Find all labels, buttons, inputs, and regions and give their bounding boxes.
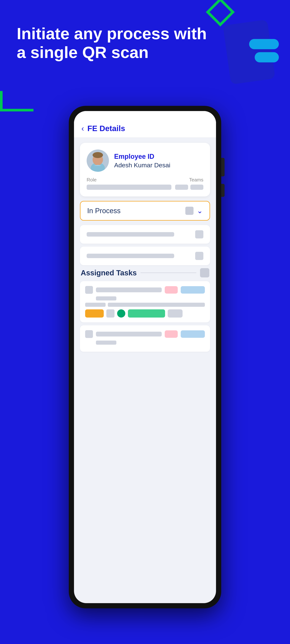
app-title: FE Details (87, 124, 125, 133)
role-value (87, 184, 171, 190)
task-sub-1 (96, 296, 116, 300)
role-label: Role (87, 177, 171, 183)
teams-label: Teams (189, 177, 203, 183)
list-action-2 (195, 252, 203, 260)
svg-point-4 (93, 152, 103, 158)
status-bar (74, 111, 216, 120)
badge-gray-med-1 (168, 309, 183, 318)
app-header: ‹ FE Details (74, 120, 216, 138)
main-content: Employee ID Adesh Kumar Desai Role (74, 138, 216, 360)
chevron-down-icon: ⌄ (197, 207, 203, 215)
status-dropdown[interactable]: In Process ⌄ (80, 201, 210, 220)
task-title-1 (96, 288, 162, 292)
phone-side-btn-2 (221, 184, 224, 197)
teams-field: Teams (175, 177, 203, 190)
bracket-decoration (0, 91, 34, 112)
role-field: Role (87, 177, 171, 190)
assigned-tasks-title: Assigned Tasks (81, 269, 137, 277)
screen-content-wrapper: ‹ FE Details (74, 111, 216, 360)
meta-bar-long-1 (108, 303, 205, 307)
diamond-decoration (206, 0, 235, 26)
task-card-1 (80, 281, 210, 322)
phone-body: ‹ FE Details (69, 106, 221, 608)
task-row-meta-1 (85, 303, 205, 307)
task-checkbox-1[interactable] (85, 286, 93, 294)
task-badge-pink-1 (165, 286, 178, 294)
hero-heading: Initiate any process with a single QR sc… (17, 24, 216, 62)
task-card-2 (80, 325, 210, 352)
chat-bubble-2 (255, 52, 279, 62)
status-label: In Process (87, 207, 121, 215)
phone-side-btn-1 (221, 158, 224, 176)
employee-info: Employee ID Adesh Kumar Desai (114, 153, 170, 169)
phone-mockup: ‹ FE Details (69, 106, 221, 608)
meta-bar-1 (85, 303, 106, 307)
task-badge-blue-2 (181, 330, 205, 338)
badge-orange-1 (85, 309, 104, 318)
badge-green-wide-1 (128, 309, 165, 318)
badge-green-circle-1 (117, 309, 125, 318)
task-row-actions-1 (85, 309, 205, 318)
phone-screen: ‹ FE Details (74, 111, 216, 603)
task-row-sub-1 (85, 296, 205, 300)
task-sub-2 (96, 340, 116, 345)
back-button[interactable]: ‹ (81, 124, 84, 133)
list-bar-2 (87, 254, 174, 258)
task-badge-pink-2 (165, 330, 178, 338)
status-right-section: ⌄ (185, 207, 203, 215)
section-action-icon[interactable] (200, 268, 209, 278)
task-title-2 (96, 332, 162, 336)
status-indicator (185, 207, 193, 215)
assigned-tasks-header: Assigned Tasks (80, 268, 210, 278)
section-divider (141, 272, 196, 273)
teams-bars (175, 184, 203, 190)
employee-fields-row: Role Teams (87, 177, 203, 190)
chat-bubble-1 (249, 39, 279, 49)
chat-bubbles-decoration (249, 39, 279, 62)
badge-gray-sm-1 (106, 309, 115, 318)
task-row-sub-2 (85, 340, 205, 345)
team-bar-2 (190, 184, 203, 190)
task-row-top-2 (85, 330, 205, 338)
avatar (87, 150, 109, 172)
avatar-image (87, 150, 109, 172)
list-item-2[interactable] (80, 246, 210, 265)
employee-id-label: Employee ID (114, 153, 170, 160)
list-item-1[interactable] (80, 225, 210, 244)
list-action-1 (195, 230, 203, 238)
list-bar-1 (87, 232, 174, 236)
team-bar-1 (175, 184, 188, 190)
employee-name: Adesh Kumar Desai (114, 162, 170, 169)
hero-title-text: Initiate any process with a single QR sc… (17, 24, 207, 62)
employee-card: Employee ID Adesh Kumar Desai Role (80, 143, 210, 196)
task-badge-blue-1 (181, 286, 205, 294)
task-checkbox-2[interactable] (85, 330, 93, 338)
employee-top-section: Employee ID Adesh Kumar Desai (87, 150, 203, 172)
task-row-top-1 (85, 286, 205, 294)
